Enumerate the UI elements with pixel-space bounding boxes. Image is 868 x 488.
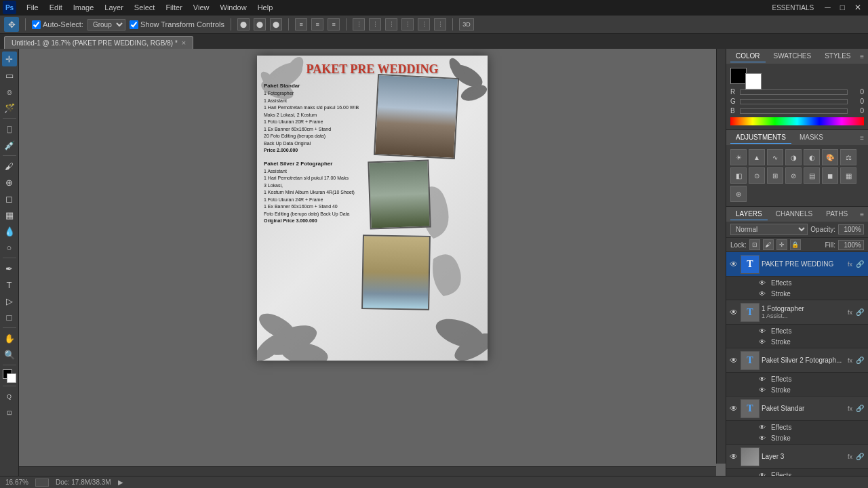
doc-tab-close[interactable]: × <box>182 39 186 47</box>
layer-vis-fotographer[interactable]: 👁 <box>729 308 738 317</box>
tab-channels[interactable]: CHANNELS <box>770 208 818 220</box>
adj-curves[interactable]: ∿ <box>767 149 783 165</box>
adj-levels[interactable]: ▲ <box>749 149 765 165</box>
quick-mask-btn[interactable]: Q <box>2 389 17 404</box>
layer-row-silver[interactable]: 👁 T Paket Silver 2 Fotograph... fx 🔗 <box>726 348 868 373</box>
tab-swatches[interactable]: SWATCHES <box>768 50 817 62</box>
blend-mode-select[interactable]: Normal Multiply Screen <box>730 224 808 235</box>
gradient-tool[interactable]: ▦ <box>2 207 17 222</box>
layer-vis-layer3[interactable]: 👁 <box>729 452 738 462</box>
lock-transparent-btn[interactable]: ⊡ <box>749 239 760 250</box>
adj-bw[interactable]: ◧ <box>730 167 747 184</box>
adj-selective-color[interactable]: ⊛ <box>730 186 747 202</box>
tab-masks[interactable]: MASKS <box>794 131 829 144</box>
layer-vis-standar[interactable]: 👁 <box>729 404 738 413</box>
menu-select[interactable]: Select <box>130 2 160 13</box>
align-left-btn[interactable]: ⬤ <box>237 18 250 30</box>
menu-edit[interactable]: Edit <box>45 2 67 13</box>
text-tool[interactable]: T <box>2 277 17 292</box>
horizontal-scrollbar[interactable] <box>19 466 716 476</box>
adj-brightness[interactable]: ☀ <box>730 149 747 165</box>
close-btn-app[interactable]: ✕ <box>850 3 865 12</box>
eyedropper-tool[interactable]: 💉 <box>2 138 17 152</box>
distribute1-btn[interactable]: ⋮ <box>353 18 365 30</box>
move-tool-icon[interactable]: ✥ <box>4 17 19 32</box>
menu-file[interactable]: File <box>22 2 43 13</box>
b-slider[interactable] <box>740 108 848 114</box>
adj-invert[interactable]: ⊘ <box>785 167 802 184</box>
lock-position-btn[interactable]: ✛ <box>776 239 787 250</box>
3d-transform-btn[interactable]: 3D <box>459 18 474 30</box>
adj-channel-mixer[interactable]: ⊞ <box>767 167 783 184</box>
eff-eye-st2[interactable]: 👁 <box>759 434 768 442</box>
magic-wand-tool[interactable]: 🪄 <box>2 100 17 115</box>
foreground-swatch[interactable] <box>730 68 747 84</box>
layer-fx-standar[interactable]: fx <box>848 405 852 412</box>
distribute5-btn[interactable]: ⋮ <box>418 18 430 30</box>
tab-layers[interactable]: LAYERS <box>730 208 768 220</box>
align-center-btn[interactable]: ⬤ <box>254 18 266 30</box>
layer-fx-fotographer[interactable]: fx <box>848 309 852 316</box>
dodge-tool[interactable]: ○ <box>2 240 17 255</box>
effect-eye-stroke0[interactable]: 👁 <box>759 290 768 298</box>
fill-input[interactable] <box>838 240 864 250</box>
scroll-right-btn[interactable]: ▶ <box>118 479 123 486</box>
eff-eye-s2[interactable]: 👁 <box>759 386 768 394</box>
clone-tool[interactable]: ⊕ <box>2 175 17 190</box>
distribute2-btn[interactable]: ⋮ <box>369 18 381 30</box>
opacity-input[interactable] <box>838 224 864 235</box>
marquee-tool[interactable]: ▭ <box>2 68 17 83</box>
show-transform-checkbox[interactable] <box>130 20 138 29</box>
color-panel-expand[interactable]: ≡ <box>860 53 864 60</box>
eff-eye-s1[interactable]: 👁 <box>759 375 768 383</box>
layer-vis-silver[interactable]: 👁 <box>729 356 738 365</box>
menu-layer[interactable]: Layer <box>100 2 128 13</box>
align-middle-btn[interactable]: ≡ <box>311 18 323 30</box>
layers-panel-expand[interactable]: ≡ <box>860 211 864 218</box>
layer-fx-silver[interactable]: fx <box>848 357 852 364</box>
adj-photo-filter[interactable]: ⊙ <box>749 167 765 184</box>
move-tool[interactable]: ✛ <box>2 52 17 66</box>
background-color[interactable] <box>7 373 16 383</box>
layer-vis-paket-title[interactable]: 👁 <box>729 260 738 269</box>
distribute4-btn[interactable]: ⋮ <box>401 18 414 30</box>
align-top-btn[interactable]: ≡ <box>295 18 307 30</box>
effect-eye0[interactable]: 👁 <box>759 279 768 287</box>
minimize-btn[interactable]: ─ <box>821 3 835 12</box>
adj-vibrance[interactable]: ◐ <box>804 149 820 165</box>
adj-exposure[interactable]: ◑ <box>785 149 802 165</box>
tab-paths[interactable]: PATHS <box>821 208 853 220</box>
document-tab[interactable]: Untitled-1 @ 16.7% (PAKET PRE WEDDING, R… <box>4 36 193 49</box>
auto-select-mode[interactable]: Group Layer <box>87 19 125 30</box>
zoom-indicator[interactable] <box>35 479 49 487</box>
auto-select-checkbox[interactable] <box>32 20 41 29</box>
distribute3-btn[interactable]: ⋮ <box>385 18 397 30</box>
lasso-tool[interactable]: ⌾ <box>2 84 17 99</box>
lock-paint-btn[interactable]: 🖌 <box>763 239 774 250</box>
align-bottom-btn[interactable]: ≡ <box>328 18 340 30</box>
vertical-scrollbar[interactable] <box>716 49 726 464</box>
tab-styles[interactable]: STYLES <box>819 50 856 62</box>
crop-tool[interactable]: ⌷ <box>2 121 17 136</box>
eff-eye-f1[interactable]: 👁 <box>759 327 768 335</box>
r-slider[interactable] <box>740 89 848 95</box>
menu-view[interactable]: View <box>189 2 214 13</box>
adj-posterize[interactable]: ▤ <box>804 167 820 184</box>
adj-colorbalance[interactable]: ⚖ <box>840 149 856 165</box>
hand-tool[interactable]: ✋ <box>2 331 17 346</box>
distribute6-btn[interactable]: ⋮ <box>434 18 446 30</box>
menu-window[interactable]: Window <box>216 2 252 13</box>
maximize-btn[interactable]: □ <box>836 3 849 12</box>
menu-help[interactable]: Help <box>253 2 278 13</box>
blur-tool[interactable]: 💧 <box>2 224 17 239</box>
color-selector[interactable] <box>3 369 16 383</box>
pen-tool[interactable]: ✒ <box>2 261 17 276</box>
screen-mode-btn[interactable]: ⊡ <box>2 405 17 420</box>
adj-threshold[interactable]: ◼ <box>822 167 838 184</box>
menu-filter[interactable]: Filter <box>161 2 186 13</box>
brush-tool[interactable]: 🖌 <box>2 159 17 174</box>
layer-row-paket-title[interactable]: 👁 T PAKET PRE WEDDING fx 🔗 <box>726 252 868 277</box>
layer-fx-layer3[interactable]: fx <box>848 453 852 460</box>
zoom-tool[interactable]: 🔍 <box>2 347 17 362</box>
adj-gradient-map[interactable]: ▦ <box>840 167 856 184</box>
